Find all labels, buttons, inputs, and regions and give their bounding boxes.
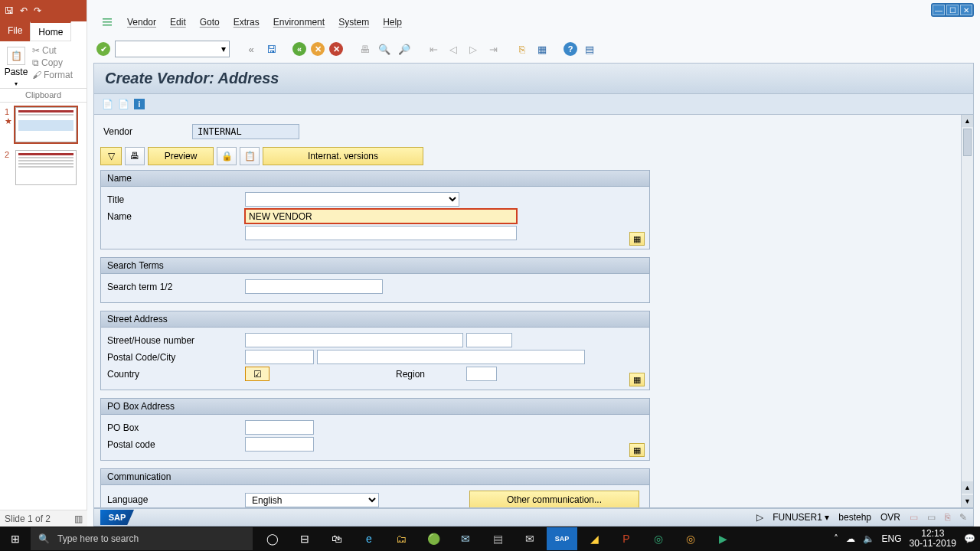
enter-icon[interactable]: ✔ xyxy=(96,42,110,56)
print-icon[interactable]: 🖶 xyxy=(357,41,372,57)
tab-file[interactable]: File xyxy=(0,21,30,41)
expand-name-icon[interactable]: ▦ xyxy=(629,232,645,246)
clock[interactable]: 12:1330-11-2019 xyxy=(910,529,956,549)
pobox-input[interactable] xyxy=(245,420,314,435)
app-icon-6[interactable]: ▶ xyxy=(707,527,738,550)
preview-button[interactable]: Preview xyxy=(148,147,214,165)
status-icon-2[interactable]: ▭ xyxy=(927,512,936,523)
exit-circle-icon[interactable]: ✕ xyxy=(311,42,325,56)
find-next-icon[interactable]: 🔎 xyxy=(397,41,412,57)
status-icon-4[interactable]: ✎ xyxy=(959,512,967,523)
menu-edit[interactable]: Edit xyxy=(170,17,186,28)
app-icon-4[interactable]: ◎ xyxy=(643,527,674,550)
searchterm-input[interactable] xyxy=(245,279,383,294)
edge-icon[interactable]: e xyxy=(354,527,384,550)
svg-rect-1 xyxy=(103,21,112,23)
street-input[interactable] xyxy=(245,333,463,347)
mail-icon[interactable]: ✉ xyxy=(450,527,481,550)
save-icon[interactable]: 🖫 xyxy=(5,5,14,16)
tab-home[interactable]: Home xyxy=(30,21,71,41)
doc-icon[interactable]: 📋 xyxy=(240,147,260,165)
network-icon[interactable]: 🔈 xyxy=(863,533,874,544)
region-input[interactable] xyxy=(466,367,497,381)
chrome-icon[interactable]: 🟢 xyxy=(418,527,449,550)
cancel-circle-icon[interactable]: ✕ xyxy=(329,42,343,56)
language-select[interactable]: English xyxy=(245,493,379,507)
intl-versions-button[interactable]: Internat. versions xyxy=(263,147,423,165)
status-icon-1[interactable]: ▭ xyxy=(910,512,918,523)
paste-label: Paste xyxy=(5,67,28,77)
app-icon-5[interactable]: ◎ xyxy=(675,527,706,550)
find-icon[interactable]: 🔍 xyxy=(377,41,392,57)
tray-expand-icon[interactable]: ˄ xyxy=(834,533,838,544)
popostal-input[interactable] xyxy=(245,437,314,452)
menu-system[interactable]: System xyxy=(338,17,369,28)
nav-prev-icon[interactable]: 📄 xyxy=(102,99,113,109)
new-session-icon[interactable]: ⎘ xyxy=(514,41,530,57)
taskview-icon[interactable]: ⊟ xyxy=(289,527,320,550)
maximize-icon[interactable]: ☐ xyxy=(946,5,959,15)
name-input[interactable] xyxy=(245,209,517,223)
city-input[interactable] xyxy=(317,350,585,364)
back-icon[interactable]: « xyxy=(243,41,259,57)
menu-environment[interactable]: Environment xyxy=(273,17,325,28)
expand-street-icon[interactable]: ▦ xyxy=(629,373,645,386)
postal-input[interactable] xyxy=(245,350,314,364)
start-button[interactable]: ⊞ xyxy=(0,533,31,545)
paste-button[interactable]: 📋 Paste ▾ xyxy=(3,44,29,88)
back-circle-icon[interactable]: « xyxy=(292,42,306,56)
cortana-icon[interactable]: ◯ xyxy=(257,527,288,550)
store-icon[interactable]: 🛍 xyxy=(322,527,352,550)
app-icon-1[interactable]: ▤ xyxy=(482,527,513,550)
country-input[interactable]: ☑ xyxy=(245,367,270,381)
format-painter-button[interactable]: 🖌 Format xyxy=(32,69,73,81)
app-icon-2[interactable]: ✉ xyxy=(514,527,545,550)
save-icon[interactable]: 🖫 xyxy=(263,41,279,57)
minimize-icon[interactable]: — xyxy=(933,5,945,15)
menu-vendor[interactable]: Vendor xyxy=(127,17,156,28)
menu-goto[interactable]: Goto xyxy=(200,17,220,28)
lock-icon[interactable]: 🔒 xyxy=(217,147,237,165)
slide-thumb-1[interactable] xyxy=(15,107,77,142)
status-play-icon[interactable]: ▷ xyxy=(756,512,763,523)
onedrive-icon[interactable]: ☁ xyxy=(846,533,855,544)
expand-button[interactable]: ▽ xyxy=(100,147,122,165)
lang-indicator[interactable]: ENG xyxy=(882,533,902,544)
cut-button[interactable]: ✂ Cut xyxy=(32,44,73,57)
print-preview-icon[interactable]: 🖶 xyxy=(125,147,145,165)
last-page-icon[interactable]: ⇥ xyxy=(485,41,501,57)
taskbar-search[interactable]: 🔍 Type here to search xyxy=(31,527,253,550)
menu-extras[interactable]: Extras xyxy=(234,17,260,28)
command-field[interactable]: ▾ xyxy=(115,41,230,57)
sap-menu-icon[interactable] xyxy=(101,16,113,28)
menu-help[interactable]: Help xyxy=(383,17,402,28)
sap-taskbar-icon[interactable]: SAP xyxy=(547,527,577,550)
nav-next-icon[interactable]: 📄 xyxy=(118,99,129,109)
scrollbar[interactable]: ▲ ▲ ▼ xyxy=(961,115,973,507)
info-icon[interactable]: i xyxy=(134,99,145,109)
slide-thumb-2[interactable] xyxy=(15,150,77,185)
name2-input[interactable] xyxy=(245,226,517,240)
next-page-icon[interactable]: ▷ xyxy=(466,41,481,57)
shortcut-icon[interactable]: ▦ xyxy=(534,41,550,57)
search-icon: 🔍 xyxy=(38,533,50,544)
explorer-icon[interactable]: 🗂 xyxy=(386,527,416,550)
other-comm-button[interactable]: Other communication... xyxy=(469,491,639,508)
windows-taskbar: ⊞ 🔍 Type here to search ◯ ⊟ 🛍 e 🗂 🟢 ✉ ▤ … xyxy=(0,527,980,551)
app-icon-3[interactable]: ◢ xyxy=(579,527,609,550)
close-icon[interactable]: ✕ xyxy=(960,5,972,15)
house-input[interactable] xyxy=(466,333,512,347)
redo-icon[interactable]: ↷ xyxy=(34,5,41,16)
status-icon-3[interactable]: ⎘ xyxy=(945,512,950,523)
title-select[interactable] xyxy=(245,192,459,207)
undo-icon[interactable]: ↶ xyxy=(20,5,28,16)
copy-button[interactable]: ⧉ Copy xyxy=(32,57,73,69)
help-icon[interactable]: ? xyxy=(564,42,577,56)
prev-page-icon[interactable]: ◁ xyxy=(446,41,461,57)
first-page-icon[interactable]: ⇤ xyxy=(426,41,441,57)
notifications-icon[interactable]: 💬 xyxy=(964,533,975,544)
expand-pobox-icon[interactable]: ▦ xyxy=(629,443,645,457)
ppt-statusbar: Slide 1 of 2▥ xyxy=(0,510,87,527)
powerpoint-icon[interactable]: P xyxy=(611,527,642,550)
layout-icon[interactable]: ▤ xyxy=(582,41,597,57)
